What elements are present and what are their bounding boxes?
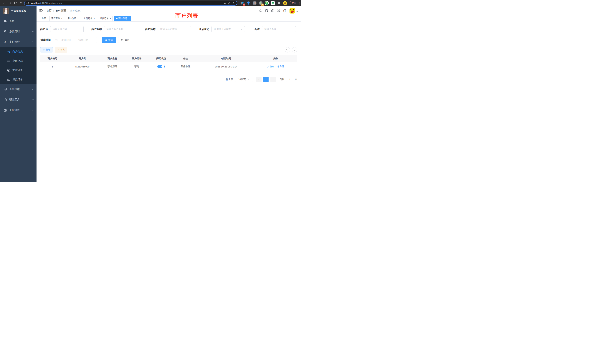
remark-input[interactable]	[264, 28, 293, 31]
active-tab-dot	[116, 18, 118, 19]
tab-close-icon[interactable]: ×	[129, 17, 129, 20]
sidebar-item-home[interactable]: 首页	[0, 16, 36, 26]
short-name-field[interactable]	[158, 26, 191, 32]
tab-close-icon[interactable]: ×	[110, 17, 111, 20]
goto-page-input[interactable]: 1	[286, 77, 293, 82]
sidebar-item-pay-order[interactable]: 支付订单	[0, 66, 36, 75]
chevron-down-icon	[248, 78, 250, 80]
sidebar-item-infra[interactable]: 基础设施	[0, 84, 36, 95]
create-time-range-picker[interactable]: 开始日期 - 结束日期	[53, 37, 97, 43]
total-prefix: 共	[226, 78, 228, 81]
header-search-icon[interactable]	[259, 9, 262, 12]
tab-refund-order[interactable]: 退款订单×	[98, 16, 112, 21]
short-name-input[interactable]	[160, 28, 189, 31]
page-1-button[interactable]: 1	[263, 77, 269, 82]
sidebar-item-merchant-info[interactable]: 商户信息	[0, 47, 36, 56]
download-icon	[57, 49, 59, 51]
font-size-icon[interactable]: tT	[283, 9, 286, 13]
help-icon[interactable]	[271, 9, 275, 13]
status-toggle[interactable]	[157, 65, 165, 68]
prev-page-button[interactable]: ‹	[256, 77, 261, 82]
add-button[interactable]: 新增	[40, 47, 53, 53]
remark-field[interactable]	[262, 26, 296, 32]
sidebar-collapse-icon[interactable]	[39, 9, 43, 13]
tab-label: 支付订单	[84, 17, 93, 20]
sidebar-item-label: 研发工具	[9, 98, 32, 101]
page-size-select[interactable]: 10条/页	[235, 77, 253, 82]
bookmark-star-icon[interactable]	[232, 2, 235, 5]
date-start-placeholder[interactable]: 开始日期	[59, 38, 73, 42]
sidebar-item-system[interactable]: 系统管理	[0, 26, 36, 37]
browser-back-icon[interactable]	[2, 1, 7, 6]
browser-refresh-icon[interactable]	[13, 1, 18, 6]
table-toolbar: 新增 导出	[40, 47, 297, 53]
tab-home[interactable]: 首页	[40, 16, 48, 21]
shop-icon	[7, 50, 10, 53]
status-select[interactable]: 请选择开启状态	[212, 26, 245, 32]
browser-forward-icon[interactable]	[7, 1, 12, 6]
col-full-name: 商户全称	[100, 55, 125, 62]
breadcrumb-payment[interactable]: 支付管理	[56, 9, 66, 12]
sidebar-item-devtools[interactable]: 研发工具	[0, 95, 36, 105]
user-avatar[interactable]	[290, 8, 298, 13]
sidebar-item-app-info[interactable]: 应用信息	[0, 56, 36, 66]
url-text[interactable]: localhost:1024/pay/merchant	[31, 2, 222, 4]
browser-home-icon[interactable]	[19, 1, 23, 6]
tab-merchant-info[interactable]: 商户信息×	[114, 16, 131, 21]
sidebar-item-label: 支付管理	[9, 40, 32, 43]
tags-view-bar: 首页 流程表单× 用户分组× 支付订单× 退款订单× 商户信息×	[36, 15, 301, 22]
extension-gem-icon[interactable]	[246, 1, 250, 5]
browser-menu-icon[interactable]	[298, 2, 298, 4]
sidebar-item-refund-order[interactable]: 退款订单	[0, 75, 36, 84]
sidebar-item-workflow[interactable]: 工作流程	[0, 105, 36, 115]
export-button[interactable]: 导出	[55, 47, 67, 53]
extension-command-icon[interactable]: ⌘	[252, 1, 257, 5]
total-suffix: 条	[231, 78, 233, 81]
tab-pay-order[interactable]: 支付订单×	[82, 16, 96, 21]
sidebar-logo[interactable]: 芋道管理系统	[0, 6, 36, 16]
extensions-puzzle-icon[interactable]	[277, 1, 281, 5]
cell-actions: 修改 删除	[254, 62, 297, 71]
edit-button[interactable]: 修改	[267, 65, 274, 68]
tab-close-icon[interactable]: ×	[61, 17, 62, 20]
chevron-down-icon	[32, 99, 34, 101]
tab-process-form[interactable]: 流程表单×	[50, 16, 64, 21]
sidebar-item-label: 系统管理	[9, 30, 32, 33]
extension-chat-icon[interactable]	[271, 1, 275, 5]
sidebar-item-label: 工作流程	[9, 108, 32, 112]
full-name-field[interactable]	[104, 26, 137, 32]
tab-close-icon[interactable]: ×	[77, 17, 78, 20]
date-end-placeholder[interactable]: 结束日期	[76, 38, 90, 42]
tab-close-icon[interactable]: ×	[94, 17, 95, 20]
share-icon[interactable]	[228, 2, 231, 5]
browser-update-button[interactable]: 更新	[290, 1, 300, 5]
grid-icon	[7, 60, 10, 62]
export-label: 导出	[60, 48, 65, 51]
delete-button[interactable]: 删除	[277, 65, 284, 68]
github-icon[interactable]	[265, 9, 268, 13]
fullscreen-icon[interactable]	[277, 9, 281, 13]
extension-y-icon[interactable]: Y	[265, 1, 269, 5]
next-page-button[interactable]: ›	[270, 77, 276, 82]
address-bar[interactable]: localhost:1024/pay/merchant	[24, 1, 237, 6]
url-path: :1024/pay/merchant	[41, 2, 63, 4]
breadcrumb-home[interactable]: 首页	[46, 9, 52, 12]
merchant-no-input[interactable]	[53, 28, 81, 31]
profile-avatar-icon[interactable]	[283, 1, 287, 5]
breadcrumb-separator: /	[53, 9, 54, 12]
sidebar-item-payment[interactable]: ¥ 支付管理	[0, 37, 36, 47]
password-key-icon[interactable]	[223, 2, 226, 5]
extension-recorder-icon[interactable]: 1	[258, 1, 263, 5]
table-refresh-button[interactable]	[292, 47, 297, 53]
extension-blue-diamond-icon[interactable]: 10	[240, 1, 244, 5]
reset-button[interactable]: 重置	[118, 37, 132, 43]
table-search-toggle-button[interactable]	[285, 47, 290, 53]
extension-badge: 1	[261, 3, 264, 6]
search-button[interactable]: 搜索	[102, 37, 116, 43]
edit-label: 修改	[270, 65, 274, 68]
site-info-icon[interactable]	[26, 2, 29, 4]
full-name-input[interactable]	[106, 28, 135, 31]
merchant-no-field[interactable]	[50, 26, 84, 32]
tab-label: 用户分组	[67, 17, 76, 20]
tab-user-group[interactable]: 用户分组×	[66, 16, 80, 21]
